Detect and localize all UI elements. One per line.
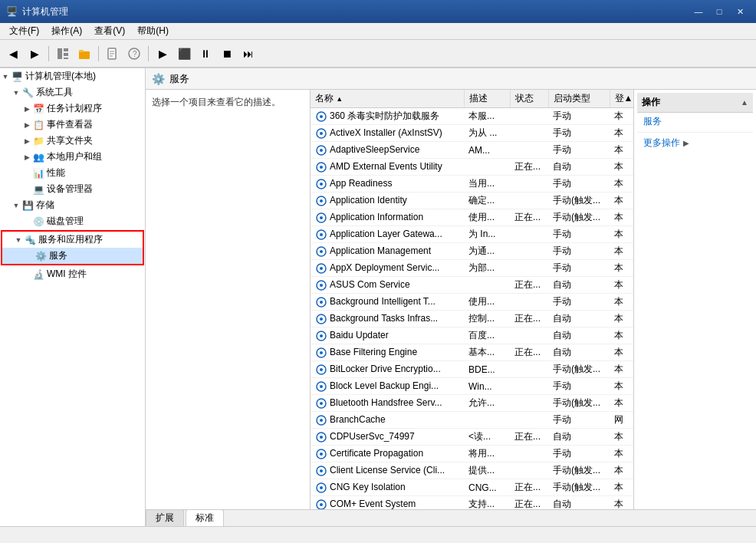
col-header-name[interactable]: 名称 ▲	[311, 90, 464, 108]
menu-help[interactable]: 帮助(H)	[131, 23, 175, 39]
table-row[interactable]: CDPUserSvc_74997<读...正在...自动本	[311, 429, 633, 446]
tab-expand[interactable]: 扩展	[146, 509, 184, 526]
table-row[interactable]: Background Tasks Infras...控制...正在...自动本	[311, 311, 633, 327]
folder-icon	[77, 47, 91, 61]
service-desc-cell	[464, 412, 510, 429]
service-logon-cell: 本	[610, 142, 633, 159]
services-apps-arrow: ▼	[13, 236, 24, 244]
sidebar-item-services-apps[interactable]: ▼ 🔩 服务和应用程序	[2, 232, 143, 248]
table-row[interactable]: AppX Deployment Servic...为部...手动本	[311, 260, 633, 277]
menu-file[interactable]: 文件(F)	[3, 23, 45, 39]
table-row[interactable]: AdaptiveSleepServiceAM...手动本	[311, 142, 633, 159]
performance-icon: 📊	[32, 167, 44, 179]
show-hide-tree-button[interactable]	[53, 44, 73, 64]
table-row[interactable]: App Readiness当用...手动本	[311, 176, 633, 193]
sidebar-item-system-tools[interactable]: ▼ 🔧 系统工具	[0, 84, 145, 100]
service-logon-cell: 本	[610, 125, 633, 142]
table-row[interactable]: ASUS Com Service正在...自动本	[311, 277, 633, 294]
sidebar-root[interactable]: ▼ 🖥️ 计算机管理(本地)	[0, 68, 145, 84]
title-bar-title: 计算机管理	[22, 5, 68, 18]
sidebar-item-event-viewer[interactable]: ▶ 📋 事件查看器	[0, 117, 145, 133]
service-logon-cell: 本	[610, 243, 633, 260]
sidebar-item-wmi[interactable]: 🔬 WMI 控件	[0, 266, 145, 282]
action-section-title: 操作 ▲	[637, 93, 753, 113]
service-name-cell: Background Intelligent T...	[311, 294, 464, 311]
forward-button[interactable]: ▶	[25, 44, 44, 64]
col-header-logon[interactable]: 登▲	[610, 90, 633, 108]
svg-point-29	[320, 250, 323, 253]
service-desc-cell: 基本...	[464, 344, 510, 361]
table-row[interactable]: AMD External Events Utility正在...自动本	[311, 159, 633, 176]
table-row[interactable]: Base Filtering Engine基本...正在...自动本	[311, 344, 633, 361]
table-row[interactable]: Bluetooth Handsfree Serv...允许...手动(触发...…	[311, 395, 633, 412]
table-row[interactable]: 360 杀毒实时防护加载服务本服...手动本	[311, 108, 633, 125]
service-startup-cell: 自动	[548, 311, 610, 327]
table-row[interactable]: Application Layer Gatewa...为 In...手动本	[311, 226, 633, 243]
service-startup-cell: 自动	[548, 344, 610, 361]
table-row[interactable]: COM+ Event System支持...正在...自动本	[311, 496, 633, 510]
table-row[interactable]: ActiveX Installer (AxInstSV)为从 ...手动本	[311, 125, 633, 142]
service-row-icon	[315, 313, 327, 325]
sidebar-item-device-manager[interactable]: 💻 设备管理器	[0, 181, 145, 197]
sidebar-item-performance[interactable]: 📊 性能	[0, 165, 145, 181]
table-row[interactable]: BitLocker Drive Encryptio...BDE...手动(触发.…	[311, 361, 633, 378]
menu-view[interactable]: 查看(V)	[88, 23, 131, 39]
table-row[interactable]: Background Intelligent T...使用...手动本	[311, 294, 633, 311]
sidebar-item-disk-mgmt[interactable]: 💿 磁盘管理	[0, 213, 145, 229]
sidebar-item-storage[interactable]: ▼ 💾 存储	[0, 197, 145, 213]
shared-folders-icon: 📁	[32, 135, 44, 147]
disk-mgmt-icon: 💿	[32, 216, 44, 228]
service-desc-cell: 为部...	[464, 260, 510, 277]
col-header-desc[interactable]: 描述	[464, 90, 510, 108]
table-row[interactable]: Client License Service (Cli...提供...手动(触发…	[311, 462, 633, 479]
svg-point-21	[320, 183, 323, 186]
service-desc-cell: CNG...	[464, 479, 510, 496]
start-service-button[interactable]: ▶	[153, 44, 173, 64]
col-header-startup[interactable]: 启动类型	[548, 90, 610, 108]
services-table-wrap[interactable]: 名称 ▲ 描述 状态 启动类型 登▲ 360 杀毒实时防护加载服务本服...手动…	[311, 90, 633, 509]
close-button[interactable]: ✕	[730, 4, 750, 19]
maximize-button[interactable]: □	[709, 4, 729, 19]
properties-icon	[106, 47, 120, 61]
service-logon-cell: 本	[610, 361, 633, 378]
table-row[interactable]: Baidu Updater百度...自动本	[311, 327, 633, 344]
tab-standard[interactable]: 标准	[186, 509, 224, 526]
service-status-cell	[510, 243, 548, 260]
action-more[interactable]: 更多操作 ▶	[637, 134, 753, 152]
resume-service-button[interactable]: ⏹	[217, 44, 237, 64]
service-name-cell: ActiveX Installer (AxInstSV)	[311, 125, 464, 142]
service-startup-cell: 手动(触发...	[548, 193, 610, 209]
menu-bar: 文件(F) 操作(A) 查看(V) 帮助(H)	[0, 23, 756, 40]
stop-service-button[interactable]: ⬛	[174, 44, 194, 64]
table-row[interactable]: Application Information使用...正在...手动(触发..…	[311, 209, 633, 226]
menu-action[interactable]: 操作(A)	[45, 23, 88, 39]
svg-rect-1	[64, 48, 68, 51]
restart-service-button[interactable]: ⏭	[238, 44, 258, 64]
table-row[interactable]: Application Management为通...手动本	[311, 243, 633, 260]
help-button[interactable]: ?	[124, 44, 144, 64]
properties-button[interactable]	[103, 44, 123, 64]
service-status-cell: 正在...	[510, 429, 548, 446]
sidebar-item-task-scheduler[interactable]: ▶ 📅 任务计划程序	[0, 100, 145, 117]
back-button[interactable]: ◀	[3, 44, 23, 64]
explore-button[interactable]	[74, 44, 94, 64]
sidebar-item-services[interactable]: ⚙️ 服务	[2, 248, 143, 264]
pause-service-button[interactable]: ⏸	[196, 44, 215, 64]
table-row[interactable]: Certificate Propagation将用...手动本	[311, 446, 633, 462]
table-row[interactable]: CNG Key IsolationCNG...正在...手动(触发...本	[311, 479, 633, 496]
service-startup-cell: 手动	[548, 243, 610, 260]
service-status-cell	[510, 327, 548, 344]
name-sort-icon: ▲	[336, 95, 343, 103]
col-header-status[interactable]: 状态	[510, 90, 548, 108]
minimize-button[interactable]: —	[689, 4, 708, 19]
table-row[interactable]: Block Level Backup Engi...Win...手动本	[311, 378, 633, 395]
service-name-cell: BranchCache	[311, 412, 464, 429]
svg-point-19	[320, 166, 323, 169]
sidebar-item-shared-folders[interactable]: ▶ 📁 共享文件夹	[0, 133, 145, 149]
action-services[interactable]: 服务	[637, 113, 753, 130]
service-logon-cell: 本	[610, 260, 633, 277]
table-row[interactable]: Application Identity确定...手动(触发...本	[311, 193, 633, 209]
svg-point-31	[320, 267, 323, 270]
sidebar-item-local-users[interactable]: ▶ 👥 本地用户和组	[0, 149, 145, 165]
table-row[interactable]: BranchCache手动网	[311, 412, 633, 429]
